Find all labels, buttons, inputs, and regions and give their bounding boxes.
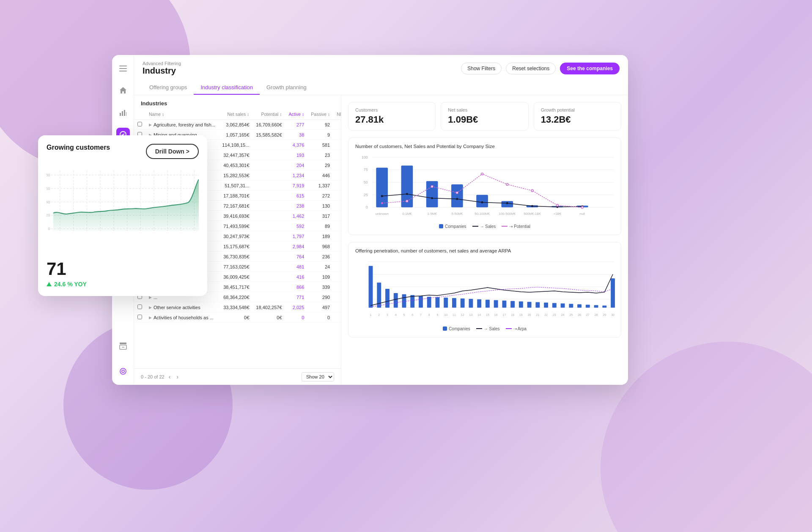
sidebar-home-icon[interactable] — [116, 84, 130, 97]
sidebar-menu-icon[interactable] — [116, 62, 130, 75]
row-checkbox[interactable] — [134, 302, 145, 313]
row-active: 238 — [285, 201, 308, 211]
chart1-svg: 0 25 50 75 100 — [355, 153, 614, 220]
row-nb-target: 9 — [333, 302, 341, 313]
row-net-sales: 33,334,548€ — [219, 302, 252, 313]
table-row[interactable]: ▶ Activities of households as ... 0€ 0€ … — [134, 313, 341, 323]
tab-industry-classification[interactable]: Industry classification — [194, 81, 260, 95]
right-panel: Customers 27.81k Net sales 1.09B€ Growth… — [341, 95, 628, 385]
svg-text:0: 0 — [366, 205, 368, 209]
row-nb-target: 259 — [333, 241, 341, 252]
sidebar-compass-icon[interactable] — [116, 365, 130, 378]
pagination-next[interactable]: › — [175, 373, 180, 381]
show-rows-select[interactable]: Show 20 Show 50 — [302, 372, 334, 381]
svg-rect-91 — [594, 305, 598, 307]
row-passive: 446 — [307, 170, 333, 181]
col-net-sales[interactable]: Net sales ↕ — [219, 109, 252, 120]
svg-rect-27 — [476, 195, 488, 208]
svg-rect-84 — [535, 302, 540, 308]
col-passive[interactable]: Passive ↕ — [307, 109, 333, 120]
svg-rect-88 — [569, 304, 573, 307]
drill-down-button[interactable]: Drill Down > — [146, 144, 199, 159]
pagination: 0 - 20 of 22 ‹ › — [141, 373, 180, 381]
kpi-customers-value: 27.81k — [355, 114, 428, 125]
table-row[interactable]: ▶ Other service activities 33,334,548€ 1… — [134, 302, 341, 313]
svg-text:unknown: unknown — [375, 212, 389, 216]
col-name[interactable]: Name ↕ — [145, 109, 219, 120]
row-net-sales: 71,493,599€ — [219, 221, 252, 231]
svg-rect-83 — [527, 302, 532, 308]
sidebar-archive-icon[interactable] — [116, 339, 130, 353]
reset-selections-button[interactable]: Reset selections — [506, 63, 556, 74]
svg-point-37 — [506, 202, 508, 204]
see-companies-button[interactable]: See the companies — [560, 63, 620, 74]
expand-icon[interactable]: ▶ — [149, 123, 152, 127]
row-potential: 16,709,660€ — [252, 120, 285, 130]
row-net-sales: 1,057,165€ — [219, 130, 252, 140]
row-net-sales: 30,247,973€ — [219, 231, 252, 241]
row-passive: 9 — [307, 130, 333, 140]
kpi-growth-label: Growth potential — [541, 107, 614, 112]
svg-text:29: 29 — [603, 313, 606, 316]
legend-companies: Companies — [439, 224, 466, 229]
svg-rect-73 — [444, 298, 448, 308]
expand-icon[interactable]: ▶ — [149, 315, 152, 320]
tabs-row: Offering groups Industry classification … — [143, 81, 620, 95]
svg-point-35 — [456, 198, 458, 200]
row-net-sales: 36,730,835€ — [219, 252, 252, 262]
row-checkbox[interactable] — [134, 313, 145, 323]
expand-icon[interactable]: ▶ — [149, 305, 152, 310]
row-nb-target: 0 — [333, 313, 341, 323]
row-nb-target: 95 — [333, 191, 341, 201]
svg-rect-64 — [369, 266, 373, 308]
row-net-sales: 15,282,553€ — [219, 170, 252, 181]
legend-potential: ⇢ Potential — [502, 224, 530, 229]
row-active: 2,984 — [285, 241, 308, 252]
col-potential[interactable]: Potential ↕ — [252, 109, 285, 120]
row-nb-target: 11 — [333, 272, 341, 282]
svg-rect-92 — [602, 305, 606, 307]
row-nb-target: 137 — [333, 170, 341, 181]
row-active: 204 — [285, 160, 308, 170]
svg-text:26: 26 — [578, 313, 581, 316]
svg-text:50-100M€: 50-100M€ — [475, 212, 490, 216]
table-row[interactable]: ▶ Agriculture, forestry and fish... 3,06… — [134, 120, 341, 130]
svg-rect-82 — [519, 302, 523, 308]
svg-rect-85 — [544, 303, 548, 308]
pagination-prev[interactable]: ‹ — [167, 373, 173, 381]
svg-text:15: 15 — [486, 313, 489, 316]
row-active: 193 — [285, 150, 308, 160]
svg-rect-89 — [577, 304, 582, 307]
row-potential — [252, 201, 285, 211]
triangle-up-icon — [47, 282, 52, 286]
body-layout: Industries Name ↕ Net sales ↕ Potential … — [134, 95, 628, 385]
legend2-sales: → Sales — [476, 326, 500, 331]
row-net-sales: 3,062,854€ — [219, 120, 252, 130]
col-active[interactable]: Active ↕ — [285, 109, 308, 120]
row-passive: 89 — [307, 221, 333, 231]
chart-offering-penetration: Offering penetration, number of customer… — [348, 242, 621, 337]
legend2-companies: Companies — [443, 326, 470, 331]
row-checkbox[interactable] — [134, 120, 145, 130]
bg-decoration-2 — [601, 342, 812, 532]
row-potential — [252, 272, 285, 282]
row-active: 1,797 — [285, 231, 308, 241]
svg-text:1: 1 — [370, 313, 372, 316]
row-nb-target: 29 — [333, 221, 341, 231]
svg-rect-81 — [510, 301, 515, 308]
tab-offering-groups[interactable]: Offering groups — [143, 81, 194, 95]
row-nb-target: 1 — [333, 262, 341, 272]
row-active: 7,919 — [285, 181, 308, 191]
industries-heading: Industries — [134, 95, 341, 109]
row-potential — [252, 292, 285, 302]
svg-text:0-1M€: 0-1M€ — [402, 212, 412, 216]
svg-rect-72 — [436, 297, 440, 308]
row-nb-target: 7 — [333, 150, 341, 160]
tab-growth-planning[interactable]: Growth planning — [260, 81, 313, 95]
row-net-sales: 51,507,31... — [219, 181, 252, 191]
show-filters-button[interactable]: Show Filters — [461, 63, 502, 74]
col-nb-target[interactable]: NB Target ↕ — [333, 109, 341, 120]
row-active: 1,234 — [285, 170, 308, 181]
sidebar-chart-icon[interactable] — [116, 106, 130, 119]
row-active: 771 — [285, 292, 308, 302]
